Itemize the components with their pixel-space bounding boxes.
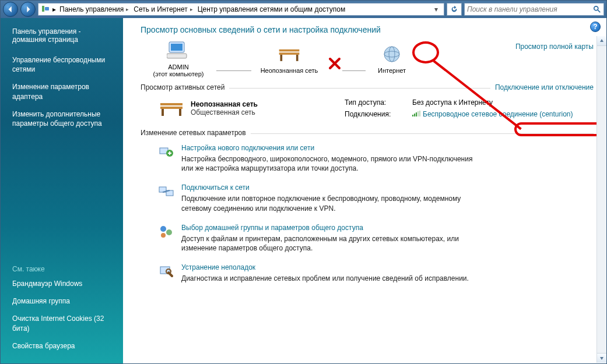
computer-label: ADMIN	[168, 63, 188, 70]
svg-rect-21	[414, 114, 415, 116]
svg-point-2	[594, 6, 598, 10]
option-2-desc: Доступ к файлам и принтерам, расположенн…	[181, 234, 485, 253]
svg-rect-17	[160, 107, 183, 109]
sidebar-home[interactable]: Панель управления - домашняя страница	[12, 27, 116, 44]
network-type[interactable]: Общественная сеть	[191, 108, 258, 116]
sidebar: Панель управления - домашняя страница Уп…	[1, 18, 123, 363]
map-node-network[interactable]: Неопознанная сеть	[251, 44, 327, 74]
search-box[interactable]	[464, 3, 604, 16]
option-1-title[interactable]: Подключиться к сети	[181, 183, 485, 192]
view-full-map-link[interactable]: Просмотр полной карты	[515, 40, 594, 51]
see-also-1[interactable]: Домашняя группа	[12, 296, 116, 306]
svg-rect-0	[42, 6, 44, 12]
svg-rect-18	[162, 109, 164, 116]
option-3-desc: Диагностика и исправление сетевых пробле…	[181, 274, 469, 283]
connections-label: Подключения:	[345, 110, 403, 118]
help-button[interactable]: ?	[590, 22, 601, 32]
map-error-icon	[327, 56, 342, 71]
svg-point-30	[166, 229, 172, 235]
active-networks-label: Просмотр активных сетей	[141, 83, 224, 91]
svg-rect-23	[417, 111, 419, 116]
network-map: ADMIN (этот компьютер) Неопознанная сеть	[141, 40, 594, 77]
svg-rect-7	[279, 50, 300, 52]
scroll-up-button[interactable]	[597, 36, 606, 46]
svg-rect-8	[279, 52, 300, 55]
option-0-title[interactable]: Настройка нового подключения или сети	[181, 144, 485, 152]
refresh-button[interactable]	[447, 3, 462, 16]
breadcrumb-item-0[interactable]: Панель управления▸	[58, 5, 130, 13]
option-1-desc: Подключение или повторное подключение к …	[181, 194, 485, 213]
forward-button[interactable]	[20, 2, 36, 17]
svg-rect-16	[160, 103, 183, 105]
options-list: Настройка нового подключения или сети На…	[141, 140, 594, 283]
window-frame: ▸ Панель управления▸ Сеть и Интернет▸ Це…	[0, 0, 607, 364]
vertical-scrollbar[interactable]	[597, 36, 606, 363]
main-content: ? Просмотр основных сведений о сети и на…	[123, 18, 606, 363]
back-button[interactable]	[3, 2, 18, 17]
option-2-title[interactable]: Выбор домашней группы и параметров общег…	[181, 224, 485, 232]
connection-link[interactable]: Беспроводное сетевое соединение (centuri…	[412, 110, 573, 118]
svg-rect-5	[171, 44, 183, 51]
svg-point-13	[384, 47, 399, 62]
change-params-label: Изменение сетевых параметров	[141, 129, 246, 137]
bench-icon	[277, 44, 301, 65]
svg-rect-24	[419, 111, 420, 116]
computer-sublabel: (этот компьютер)	[153, 70, 203, 77]
svg-rect-20	[412, 115, 413, 116]
breadcrumb-icon	[41, 4, 50, 15]
svg-rect-1	[45, 7, 49, 10]
access-type-label: Тип доступа:	[345, 98, 403, 107]
address-dropdown[interactable]: ▾	[431, 5, 441, 13]
breadcrumb-item-1[interactable]: Сеть и Интернет▸	[132, 5, 194, 13]
search-icon	[593, 5, 601, 13]
map-node-internet[interactable]: Интернет	[366, 44, 418, 74]
see-also-0[interactable]: Брандмауэр Windows	[12, 279, 116, 288]
connect-disconnect-link[interactable]: Подключение или отключение	[495, 83, 594, 91]
sidebar-link-1[interactable]: Изменение параметров адаптера	[12, 82, 116, 101]
option-3: Устранение неполадок Диагностика и испра…	[158, 263, 594, 283]
page-title: Просмотр основных сведений о сети и наст…	[141, 25, 594, 34]
breadcrumb-item-2[interactable]: Центр управления сетями и общим доступом	[197, 5, 347, 13]
connect-network-icon	[158, 183, 174, 200]
option-2: Выбор домашней группы и параметров общег…	[158, 224, 594, 253]
see-also-label: См. также	[12, 265, 116, 273]
new-connection-icon	[158, 144, 174, 160]
change-params-header: Изменение сетевых параметров	[141, 129, 594, 137]
network-name: Неопознанная сеть	[191, 100, 258, 108]
see-also-3[interactable]: Свойства браузера	[12, 341, 116, 351]
access-type-value: Без доступа к Интернету	[412, 98, 493, 107]
svg-rect-10	[296, 55, 299, 61]
troubleshoot-icon	[158, 263, 174, 280]
map-line-1	[216, 70, 251, 71]
svg-rect-6	[167, 54, 187, 58]
svg-rect-22	[416, 112, 417, 116]
map-node-computer[interactable]: ADMIN (этот компьютер)	[141, 40, 216, 77]
window-body: Панель управления - домашняя страница Уп…	[1, 18, 606, 363]
scroll-down-button[interactable]	[597, 353, 606, 363]
option-0: Настройка нового подключения или сети На…	[158, 144, 594, 173]
svg-point-29	[160, 226, 166, 232]
chevron-icon: ▸	[52, 5, 56, 13]
svg-rect-9	[280, 55, 282, 61]
network-label: Неопознанная сеть	[261, 67, 318, 74]
option-3-title[interactable]: Устранение неполадок	[181, 263, 469, 271]
internet-label: Интернет	[378, 67, 406, 74]
sidebar-link-0[interactable]: Управление беспроводными сетями	[12, 55, 116, 74]
search-input[interactable]	[467, 5, 593, 13]
sidebar-link-2[interactable]: Изменить дополнительные параметры общего…	[12, 109, 116, 128]
map-line-2	[342, 70, 366, 71]
bench-icon-small	[158, 100, 185, 117]
svg-line-3	[598, 10, 600, 12]
breadcrumb-box[interactable]: ▸ Панель управления▸ Сеть и Интернет▸ Це…	[38, 3, 444, 16]
globe-icon	[380, 44, 404, 65]
homegroup-icon	[158, 224, 174, 240]
computer-icon	[166, 40, 191, 61]
option-0-desc: Настройка беспроводного, широкополосного…	[181, 154, 485, 173]
svg-point-31	[161, 233, 166, 238]
address-bar: ▸ Панель управления▸ Сеть и Интернет▸ Це…	[1, 1, 606, 18]
active-networks-header: Просмотр активных сетей Подключение или …	[141, 83, 594, 91]
signal-icon	[412, 110, 420, 116]
active-network-row: Неопознанная сеть Общественная сеть Тип …	[141, 95, 594, 124]
see-also-2[interactable]: Очистка Internet Cookies (32 бита)	[12, 314, 116, 333]
option-1: Подключиться к сети Подключение или повт…	[158, 183, 594, 213]
